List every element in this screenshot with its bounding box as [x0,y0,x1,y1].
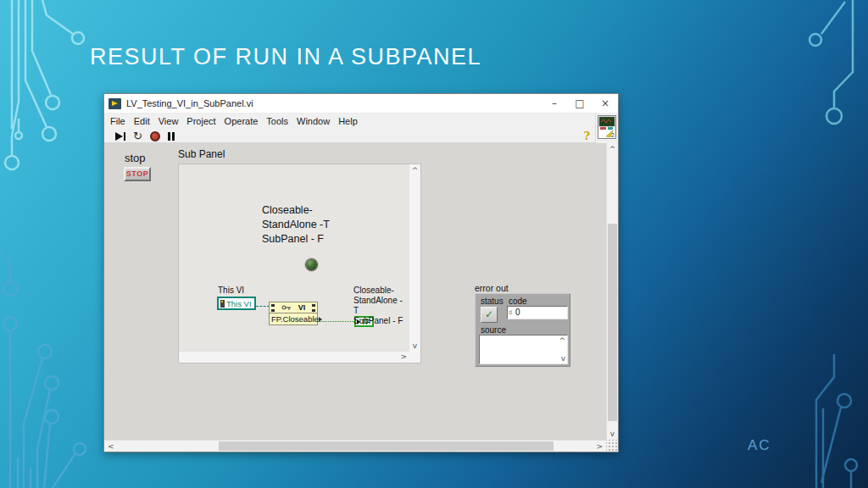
circuit-top-right [810,0,853,124]
indicator-label-line: SubPanel - F [353,316,403,326]
scroll-up-icon[interactable]: ^ [559,336,565,345]
key-icon [281,304,292,311]
scroll-down-icon[interactable]: v [561,354,565,363]
scroll-down-icon[interactable]: v [607,430,618,438]
labview-window: LV_Testing_VI_in_SubPanel.vi – □ × File … [103,93,619,452]
subpanel-container: Closeable- StandAlone -T SubPanel - F Th… [178,164,421,363]
menu-item-edit[interactable]: Edit [134,116,150,126]
scroll-up-icon[interactable]: ^ [607,145,618,153]
pause-icon[interactable] [168,132,175,141]
message-line: SubPanel - F [262,232,330,247]
menu-item-tools[interactable]: Tools [266,116,288,126]
indicator-label-line: StandAlone -T [353,296,403,316]
subpanel-horizontal-scrollbar[interactable]: > [179,351,409,363]
indicator-label: Closeable- StandAlone -T SubPanel - F [353,286,403,326]
boolean-wire [318,321,354,322]
menu-bar: File Edit View Project Operate Tools Win… [104,114,618,129]
led-indicator[interactable] [306,259,317,270]
labview-app-icon [108,98,121,109]
status-label: status [481,297,504,306]
circuit-top-left [5,0,84,169]
subpanel-vertical-scrollbar[interactable]: ^ v [409,164,420,352]
vertical-scroll-thumb[interactable] [608,224,617,421]
node-corner-icon [271,304,275,312]
vi-refnum-icon [220,300,225,308]
horizontal-scrollbar[interactable]: < > [104,440,606,452]
message-line: Closeable- [262,203,330,218]
code-value: 0 [515,308,520,317]
vi-icon[interactable]: 2 [595,113,618,143]
refnum-wire [256,306,270,307]
circuit-bottom-left [0,250,86,488]
resize-grip[interactable] [606,440,618,452]
menu-item-view[interactable]: View [159,116,179,126]
window-titlebar[interactable]: LV_Testing_VI_in_SubPanel.vi – □ × [104,94,618,114]
circuit-bottom-right [816,354,857,488]
vi-icon-badge: 2 [611,132,615,138]
scroll-down-icon[interactable]: v [409,341,420,350]
run-arrow-bar [124,132,125,141]
code-field[interactable]: d 0 [507,306,568,319]
error-out-cluster: status ✓ code d 0 source ^ v [475,293,570,367]
run-button[interactable] [115,132,125,141]
source-field[interactable]: ^ v [479,335,568,364]
menu-item-file[interactable]: File [110,116,125,126]
page-title: RESULT OF RUN IN A SUBPANEL [90,44,481,70]
code-label: code [509,297,527,306]
subpanel-scroll-corner [409,352,420,363]
property-node-item: FP.Closeable [271,314,319,324]
stop-control-label: stop [125,152,146,164]
close-icon[interactable]: × [593,97,618,109]
subpanel-message: Closeable- StandAlone -T SubPanel - F [262,203,330,247]
maximize-icon[interactable]: □ [567,97,593,109]
property-node-title: VI [298,303,306,312]
this-vi-label: This VI [218,286,244,295]
scroll-up-icon[interactable]: ^ [409,166,420,175]
error-out-label: error out [475,283,509,293]
vi-icon-art: 2 [598,115,616,139]
vertical-scrollbar[interactable]: ^ v [606,142,618,440]
menu-item-help[interactable]: Help [338,116,358,126]
property-node: VI FP.Closeable [269,302,318,325]
node-corner-icon [312,304,315,312]
indicator-label-line: Closeable- [353,286,403,296]
status-checkmark-icon[interactable]: ✓ [481,307,498,323]
subpanel-label: Sub Panel [178,148,225,160]
front-panel: stop STOP Sub Panel Closeable- StandAlon… [104,142,606,440]
abort-icon[interactable] [150,131,160,141]
scroll-right-icon[interactable]: > [596,442,603,451]
menu-item-project[interactable]: Project [186,116,215,126]
help-icon[interactable]: ? [583,130,590,142]
message-line: StandAlone -T [262,218,330,232]
menu-item-window[interactable]: Window [297,116,330,126]
block-diagram-snippet: This VI This VI VI [217,286,403,332]
run-continuous-icon[interactable]: ↻ [133,131,142,141]
slide-footer-initials: AC [748,437,771,454]
minimize-icon[interactable]: – [542,97,567,109]
window-title: LV_Testing_VI_in_SubPanel.vi [126,98,542,108]
radix-icon: d [509,309,512,315]
this-vi-refnum: This VI [217,297,256,310]
stop-button[interactable]: STOP [124,167,151,181]
source-label: source [481,325,506,335]
menu-item-operate[interactable]: Operate [225,116,259,126]
this-vi-value: This VI [226,299,252,308]
scroll-right-icon[interactable]: > [400,352,407,361]
run-arrow-icon [115,132,123,141]
slide-background: RESULT OF RUN IN A SUBPANEL AC LV_Testin… [0,0,868,488]
scroll-left-icon[interactable]: < [108,442,114,451]
horizontal-scroll-thumb[interactable] [219,441,554,451]
